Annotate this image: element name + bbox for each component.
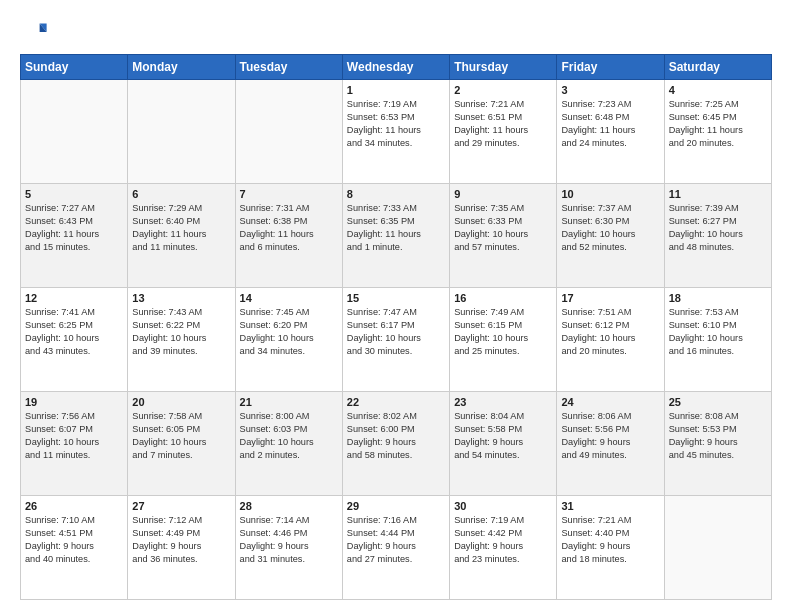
calendar-cell: 7Sunrise: 7:31 AM Sunset: 6:38 PM Daylig…	[235, 184, 342, 288]
day-number: 6	[132, 188, 230, 200]
day-info: Sunrise: 7:21 AM Sunset: 6:51 PM Dayligh…	[454, 98, 552, 150]
day-info: Sunrise: 7:33 AM Sunset: 6:35 PM Dayligh…	[347, 202, 445, 254]
calendar-cell: 5Sunrise: 7:27 AM Sunset: 6:43 PM Daylig…	[21, 184, 128, 288]
day-info: Sunrise: 7:16 AM Sunset: 4:44 PM Dayligh…	[347, 514, 445, 566]
day-info: Sunrise: 7:45 AM Sunset: 6:20 PM Dayligh…	[240, 306, 338, 358]
day-number: 25	[669, 396, 767, 408]
day-info: Sunrise: 7:12 AM Sunset: 4:49 PM Dayligh…	[132, 514, 230, 566]
day-info: Sunrise: 7:43 AM Sunset: 6:22 PM Dayligh…	[132, 306, 230, 358]
calendar-cell: 6Sunrise: 7:29 AM Sunset: 6:40 PM Daylig…	[128, 184, 235, 288]
day-number: 10	[561, 188, 659, 200]
calendar-cell: 15Sunrise: 7:47 AM Sunset: 6:17 PM Dayli…	[342, 288, 449, 392]
day-number: 2	[454, 84, 552, 96]
weekday-header-saturday: Saturday	[664, 55, 771, 80]
calendar-cell	[235, 80, 342, 184]
day-info: Sunrise: 7:49 AM Sunset: 6:15 PM Dayligh…	[454, 306, 552, 358]
calendar-cell: 23Sunrise: 8:04 AM Sunset: 5:58 PM Dayli…	[450, 392, 557, 496]
calendar-cell: 27Sunrise: 7:12 AM Sunset: 4:49 PM Dayli…	[128, 496, 235, 600]
calendar-cell: 25Sunrise: 8:08 AM Sunset: 5:53 PM Dayli…	[664, 392, 771, 496]
day-number: 16	[454, 292, 552, 304]
calendar-week-row: 12Sunrise: 7:41 AM Sunset: 6:25 PM Dayli…	[21, 288, 772, 392]
weekday-header-wednesday: Wednesday	[342, 55, 449, 80]
calendar-cell: 31Sunrise: 7:21 AM Sunset: 4:40 PM Dayli…	[557, 496, 664, 600]
calendar-cell: 30Sunrise: 7:19 AM Sunset: 4:42 PM Dayli…	[450, 496, 557, 600]
day-info: Sunrise: 8:06 AM Sunset: 5:56 PM Dayligh…	[561, 410, 659, 462]
day-number: 17	[561, 292, 659, 304]
calendar-cell: 28Sunrise: 7:14 AM Sunset: 4:46 PM Dayli…	[235, 496, 342, 600]
weekday-header-friday: Friday	[557, 55, 664, 80]
day-info: Sunrise: 8:02 AM Sunset: 6:00 PM Dayligh…	[347, 410, 445, 462]
day-number: 27	[132, 500, 230, 512]
day-info: Sunrise: 7:47 AM Sunset: 6:17 PM Dayligh…	[347, 306, 445, 358]
day-number: 1	[347, 84, 445, 96]
day-number: 20	[132, 396, 230, 408]
day-number: 7	[240, 188, 338, 200]
day-info: Sunrise: 7:39 AM Sunset: 6:27 PM Dayligh…	[669, 202, 767, 254]
day-info: Sunrise: 7:19 AM Sunset: 4:42 PM Dayligh…	[454, 514, 552, 566]
day-info: Sunrise: 8:00 AM Sunset: 6:03 PM Dayligh…	[240, 410, 338, 462]
calendar-week-row: 5Sunrise: 7:27 AM Sunset: 6:43 PM Daylig…	[21, 184, 772, 288]
day-number: 5	[25, 188, 123, 200]
day-number: 13	[132, 292, 230, 304]
weekday-header-thursday: Thursday	[450, 55, 557, 80]
calendar-cell: 16Sunrise: 7:49 AM Sunset: 6:15 PM Dayli…	[450, 288, 557, 392]
calendar-cell: 8Sunrise: 7:33 AM Sunset: 6:35 PM Daylig…	[342, 184, 449, 288]
calendar-cell	[664, 496, 771, 600]
day-number: 21	[240, 396, 338, 408]
day-number: 24	[561, 396, 659, 408]
logo-icon	[20, 18, 48, 46]
day-info: Sunrise: 7:21 AM Sunset: 4:40 PM Dayligh…	[561, 514, 659, 566]
day-info: Sunrise: 7:35 AM Sunset: 6:33 PM Dayligh…	[454, 202, 552, 254]
calendar-cell: 10Sunrise: 7:37 AM Sunset: 6:30 PM Dayli…	[557, 184, 664, 288]
day-info: Sunrise: 7:14 AM Sunset: 4:46 PM Dayligh…	[240, 514, 338, 566]
day-number: 30	[454, 500, 552, 512]
calendar-table: SundayMondayTuesdayWednesdayThursdayFrid…	[20, 54, 772, 600]
calendar-cell: 22Sunrise: 8:02 AM Sunset: 6:00 PM Dayli…	[342, 392, 449, 496]
calendar-cell: 9Sunrise: 7:35 AM Sunset: 6:33 PM Daylig…	[450, 184, 557, 288]
day-info: Sunrise: 7:23 AM Sunset: 6:48 PM Dayligh…	[561, 98, 659, 150]
calendar-cell: 29Sunrise: 7:16 AM Sunset: 4:44 PM Dayli…	[342, 496, 449, 600]
day-info: Sunrise: 7:29 AM Sunset: 6:40 PM Dayligh…	[132, 202, 230, 254]
day-info: Sunrise: 8:04 AM Sunset: 5:58 PM Dayligh…	[454, 410, 552, 462]
day-number: 14	[240, 292, 338, 304]
calendar-cell	[128, 80, 235, 184]
weekday-header-tuesday: Tuesday	[235, 55, 342, 80]
day-number: 31	[561, 500, 659, 512]
calendar-cell: 17Sunrise: 7:51 AM Sunset: 6:12 PM Dayli…	[557, 288, 664, 392]
day-number: 15	[347, 292, 445, 304]
day-number: 18	[669, 292, 767, 304]
day-info: Sunrise: 7:19 AM Sunset: 6:53 PM Dayligh…	[347, 98, 445, 150]
header	[20, 18, 772, 46]
day-info: Sunrise: 7:25 AM Sunset: 6:45 PM Dayligh…	[669, 98, 767, 150]
page: SundayMondayTuesdayWednesdayThursdayFrid…	[0, 0, 792, 612]
calendar-cell: 18Sunrise: 7:53 AM Sunset: 6:10 PM Dayli…	[664, 288, 771, 392]
day-number: 9	[454, 188, 552, 200]
day-info: Sunrise: 7:10 AM Sunset: 4:51 PM Dayligh…	[25, 514, 123, 566]
calendar-week-row: 1Sunrise: 7:19 AM Sunset: 6:53 PM Daylig…	[21, 80, 772, 184]
day-number: 19	[25, 396, 123, 408]
day-info: Sunrise: 7:41 AM Sunset: 6:25 PM Dayligh…	[25, 306, 123, 358]
day-number: 26	[25, 500, 123, 512]
calendar-cell: 21Sunrise: 8:00 AM Sunset: 6:03 PM Dayli…	[235, 392, 342, 496]
day-info: Sunrise: 7:58 AM Sunset: 6:05 PM Dayligh…	[132, 410, 230, 462]
day-info: Sunrise: 7:53 AM Sunset: 6:10 PM Dayligh…	[669, 306, 767, 358]
calendar-cell: 11Sunrise: 7:39 AM Sunset: 6:27 PM Dayli…	[664, 184, 771, 288]
day-info: Sunrise: 7:31 AM Sunset: 6:38 PM Dayligh…	[240, 202, 338, 254]
day-number: 29	[347, 500, 445, 512]
calendar-cell	[21, 80, 128, 184]
day-info: Sunrise: 7:27 AM Sunset: 6:43 PM Dayligh…	[25, 202, 123, 254]
calendar-cell: 4Sunrise: 7:25 AM Sunset: 6:45 PM Daylig…	[664, 80, 771, 184]
day-info: Sunrise: 8:08 AM Sunset: 5:53 PM Dayligh…	[669, 410, 767, 462]
calendar-cell: 19Sunrise: 7:56 AM Sunset: 6:07 PM Dayli…	[21, 392, 128, 496]
day-number: 22	[347, 396, 445, 408]
calendar-cell: 13Sunrise: 7:43 AM Sunset: 6:22 PM Dayli…	[128, 288, 235, 392]
calendar-cell: 12Sunrise: 7:41 AM Sunset: 6:25 PM Dayli…	[21, 288, 128, 392]
calendar-cell: 24Sunrise: 8:06 AM Sunset: 5:56 PM Dayli…	[557, 392, 664, 496]
calendar-cell: 20Sunrise: 7:58 AM Sunset: 6:05 PM Dayli…	[128, 392, 235, 496]
calendar-cell: 3Sunrise: 7:23 AM Sunset: 6:48 PM Daylig…	[557, 80, 664, 184]
calendar-cell: 26Sunrise: 7:10 AM Sunset: 4:51 PM Dayli…	[21, 496, 128, 600]
day-info: Sunrise: 7:51 AM Sunset: 6:12 PM Dayligh…	[561, 306, 659, 358]
weekday-header-sunday: Sunday	[21, 55, 128, 80]
calendar-cell: 2Sunrise: 7:21 AM Sunset: 6:51 PM Daylig…	[450, 80, 557, 184]
calendar-cell: 14Sunrise: 7:45 AM Sunset: 6:20 PM Dayli…	[235, 288, 342, 392]
